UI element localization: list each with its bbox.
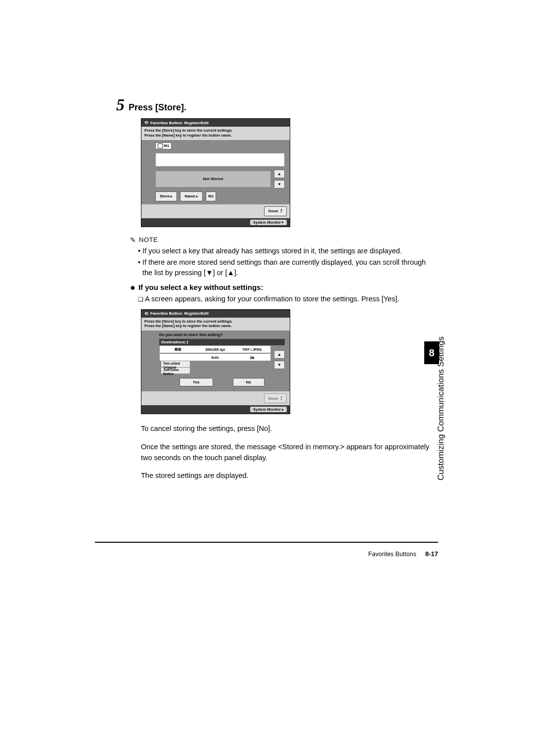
chapter-tab: 8 [424,341,439,364]
subsection-heading: If you select a key without settings: [138,283,264,291]
m1-button[interactable]: M1 [206,191,216,201]
ss2-title: Favorites Button: Register/Edit [150,311,209,316]
subsection-paragraph: ❏A screen appears, asking for your confi… [138,294,438,304]
step-number: 5 [116,96,125,113]
displayed-info: The stored settings are displayed. [141,470,438,481]
destinations-bar: Destinations:1 [159,339,285,345]
note-list: • If you select a key that already has s… [138,246,438,278]
page-icon: ⎙▤ [233,356,270,359]
ss1-instructions: Press the [Store] key to store the curre… [141,127,290,140]
scroll-up-button[interactable]: ▲ [274,350,285,359]
bullet-icon: ● [130,283,135,292]
job-done-toggle[interactable]: Job Done Notice [159,367,190,374]
ss2-instructions: Press the [Store] key to store the curre… [141,318,290,331]
note-item: • If there are more stored send settings… [138,257,438,278]
settings-row-1: ▤▥ 200x200 dpi TIFF / JPEG [159,345,271,353]
cancel-instruction: To cancel storing the settings, press [N… [141,423,438,434]
yes-button[interactable]: Yes [179,378,213,386]
ss1-titlebar: ⟲ Favorites Button: Register/Edit [141,119,290,127]
stored-message-info: Once the settings are stored, the messag… [141,441,438,464]
screenshot-register-edit: ⟲ Favorites Button: Register/Edit Press … [141,118,290,227]
check-icon [158,143,163,148]
page-number: 8-17 [425,550,438,558]
ss1-title: Favorites Button: Register/Edit [150,121,209,125]
slot-m1[interactable]: M1 [155,142,172,149]
note-item: • If you select a key that already has s… [138,246,438,256]
done-button-disabled: Done ⤴ [264,393,287,403]
footer-rule [95,542,438,543]
screenshot-confirm-store: ⟲ Favorites Button: Register/Edit Press … [141,309,290,415]
scroll-up-button[interactable]: ▲ [274,170,285,178]
ss2-titlebar: ⟲ Favorites Button: Register/Edit [141,310,290,318]
back-icon[interactable]: ⟲ [144,120,148,125]
settings-row-2: Auto ⎙▤ [159,353,271,361]
system-monitor-button[interactable]: System Monitor▸ [250,407,287,412]
step-title: Press [Store]. [129,102,186,113]
name-button[interactable]: Name▸ [180,191,203,201]
store-button[interactable]: Store▸ [155,191,177,201]
back-icon[interactable]: ⟲ [144,311,148,316]
no-button[interactable]: No [233,378,265,386]
confirm-question: Do you wish to store this setting? [159,332,285,337]
two-sided-toggle[interactable]: Two-sided Original [159,361,190,368]
not-stored-label: Not Stored [155,171,271,188]
note-label: NOTE [139,236,158,243]
done-button[interactable]: Done ⤴ [264,206,287,216]
system-monitor-button[interactable]: System Monitor▸ [250,220,287,225]
scroll-down-button[interactable]: ▼ [274,180,285,189]
doc-icon: ▤▥ [160,347,197,351]
footer-section: Favorites Buttons [368,551,416,558]
scroll-down-button[interactable]: ▼ [274,361,285,369]
note-icon: ✎ [130,236,136,244]
empty-panel [155,153,285,167]
